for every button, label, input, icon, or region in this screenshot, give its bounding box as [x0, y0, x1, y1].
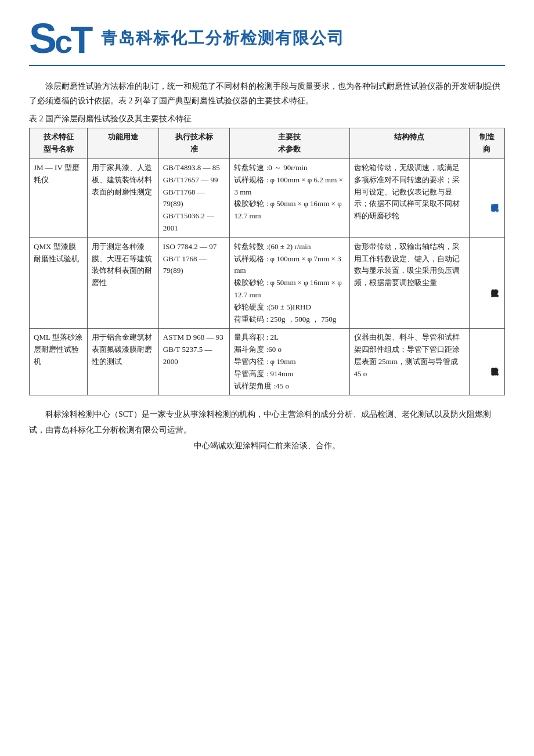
intro-paragraph: 涂层耐磨性试验方法标准的制订，统一和规范了不同材料的检测手段与质量要求，也为各种…	[29, 79, 505, 108]
cell-params: 转盘转数 :(60 ± 2) r/min 试样规格 : φ 100mm × φ …	[230, 237, 349, 329]
cell-params: 量具容积 : 2L 漏斗角度 :60 o 导管内径 : φ 19mm 导管高度 …	[230, 329, 349, 395]
cell-std: ISO 7784.2 — 97 GB/T 1768 — 79(89)	[158, 237, 230, 329]
cell-params: 转盘转速 :0 ～ 90r/min 试样规格 : φ 100mm × φ 6.2…	[230, 159, 349, 237]
table-title: 表 2 国产涂层耐磨性试验仪及其主要技术特征	[29, 114, 505, 124]
table-header-row: 技术特征 型号名称 功能用途 执行技术标 准 主要技 术参数 结构特点 制造 商	[30, 128, 505, 159]
cell-type: JM — IV 型磨耗仪	[30, 159, 88, 237]
company-name: 青岛科标化工分析检测有限公司	[101, 27, 345, 49]
header: ScT 青岛科标化工分析检测有限公司	[29, 17, 505, 66]
footer-paragraph-1: 科标涂料检测中心（SCT）是一家专业从事涂料检测的机构，中心主营涂料的成分分析、…	[29, 407, 505, 438]
cell-mfr: 天津市建筑仪器试验机公司	[469, 329, 504, 395]
cell-type: QMX 型漆膜耐磨性试验机	[30, 237, 88, 329]
footer-paragraph-2: 中心竭诚欢迎涂料同仁前来洽谈、合作。	[29, 438, 505, 454]
header-std: 执行技术标 准	[158, 128, 230, 159]
main-table: 技术特征 型号名称 功能用途 执行技术标 准 主要技 术参数 结构特点 制造 商…	[29, 128, 505, 395]
cell-struct: 齿轮箱传动，无级调速，或满足多项标准对不同转速的要求；采用可设定、记数仪表记数与…	[349, 159, 469, 237]
cell-struct: 齿形带传动，双输出轴结构，采用工作转数设定、键入，自动记数与显示装置，吸尘采用负…	[349, 237, 469, 329]
table-row: QMX 型漆膜耐磨性试验机用于测定各种漆膜、大理石等建筑装饰材料表面的耐磨性IS…	[30, 237, 505, 329]
cell-std: GB/T4893.8 — 85 GB/T17657 — 99 GB/T1768 …	[158, 159, 230, 237]
table-row: JM — IV 型磨耗仪用于家具漆、人造板、建筑装饰材料表面的耐磨性测定GB/T…	[30, 159, 505, 237]
cell-mfr: 上海现代环境工程技术有限公司	[469, 159, 504, 237]
cell-func: 用于测定各种漆膜、大理石等建筑装饰材料表面的耐磨性	[88, 237, 159, 329]
header-params: 主要技 术参数	[230, 128, 349, 159]
table-row: QML 型落砂涂层耐磨性试验机用于铝合金建筑材表面氟碳漆膜耐磨性的测试ASTM …	[30, 329, 505, 395]
cell-type: QML 型落砂涂层耐磨性试验机	[30, 329, 88, 395]
cell-std: ASTM D 968 — 93 GB/T 5237.5 — 2000	[158, 329, 230, 395]
header-mfr: 制造 商	[469, 128, 504, 159]
cell-mfr: 天津市建筑仪器试验机公司	[469, 237, 504, 329]
cell-func: 用于家具漆、人造板、建筑装饰材料表面的耐磨性测定	[88, 159, 159, 237]
cell-func: 用于铝合金建筑材表面氟碳漆膜耐磨性的测试	[88, 329, 159, 395]
logo: ScT	[29, 17, 91, 59]
cell-struct: 仪器由机架、料斗、导管和试样架四部件组成；导管下管口距涂层表面 25mm，测试面…	[349, 329, 469, 395]
header-type: 技术特征 型号名称	[30, 128, 88, 159]
header-struct: 结构特点	[349, 128, 469, 159]
header-func: 功能用途	[88, 128, 159, 159]
